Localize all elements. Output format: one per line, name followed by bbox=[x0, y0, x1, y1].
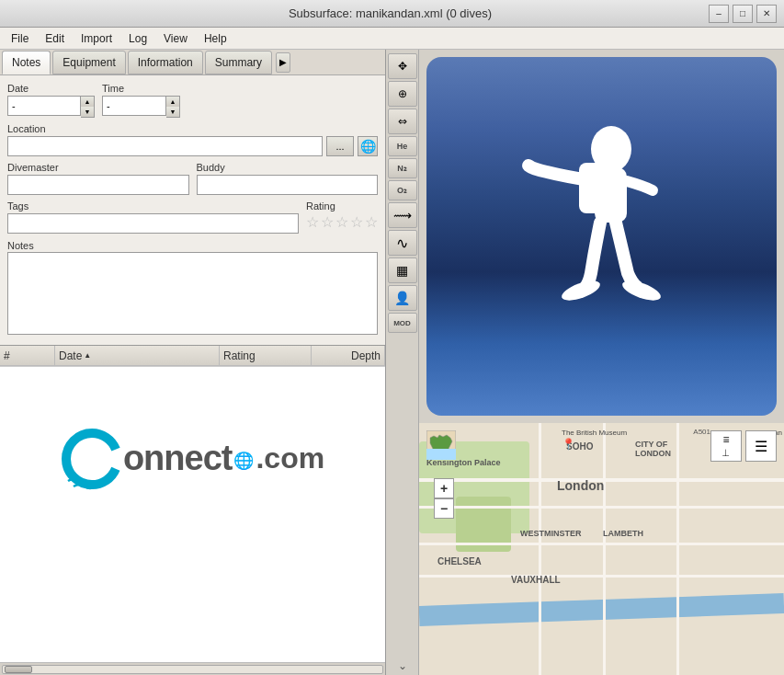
main-container: Notes Equipment Information Summary ▶ Da… bbox=[0, 50, 784, 675]
road-v1 bbox=[539, 423, 541, 675]
a501-label: A501 bbox=[693, 428, 710, 436]
map-area: + − ≡⟂ ☰ bbox=[419, 423, 784, 675]
menu-view[interactable]: View bbox=[156, 30, 195, 47]
divemaster-input[interactable] bbox=[7, 175, 189, 195]
person-icon-button[interactable]: 👤 bbox=[388, 285, 417, 311]
time-input[interactable] bbox=[102, 96, 166, 116]
rating-label: Rating bbox=[306, 200, 378, 212]
buddy-input[interactable] bbox=[197, 175, 379, 195]
sidebar-chevron-button[interactable]: ⌄ bbox=[388, 657, 417, 675]
date-input[interactable] bbox=[7, 96, 81, 116]
line-icon-button[interactable]: ∿ bbox=[388, 230, 417, 256]
notes-textarea[interactable] bbox=[7, 252, 378, 335]
tab-bar: Notes Equipment Information Summary ▶ bbox=[0, 50, 385, 75]
connect-domain: .com bbox=[256, 441, 324, 475]
grid-icon-button[interactable]: ▦ bbox=[388, 257, 417, 283]
location-globe-button[interactable]: 🌐 bbox=[358, 136, 378, 156]
connect-logo: onnect 🌐 .com bbox=[61, 428, 324, 490]
time-input-wrap: ▲ ▼ bbox=[102, 96, 180, 118]
date-spin-up[interactable]: ▲ bbox=[81, 97, 94, 107]
close-button[interactable]: ✕ bbox=[756, 5, 777, 23]
tab-notes[interactable]: Notes bbox=[2, 51, 51, 74]
time-spin-buttons: ▲ ▼ bbox=[166, 96, 180, 118]
menu-edit[interactable]: Edit bbox=[38, 30, 72, 47]
lambeth-label: LAMBETH bbox=[603, 529, 643, 538]
vauxhall-label: VAUXHALL bbox=[511, 575, 561, 585]
star-2[interactable]: ☆ bbox=[321, 215, 334, 230]
chart-icon-button[interactable]: ⟿ bbox=[388, 202, 417, 228]
tags-input[interactable] bbox=[7, 213, 299, 234]
minimize-button[interactable]: – bbox=[709, 5, 729, 23]
time-spin-down[interactable]: ▼ bbox=[166, 107, 179, 117]
n2-button[interactable]: N₂ bbox=[388, 158, 417, 178]
tags-label: Tags bbox=[7, 200, 299, 212]
location-input[interactable] bbox=[7, 136, 323, 156]
british-museum-pin: 📍 bbox=[562, 438, 575, 451]
titlebar: Subsurface: manikandan.xml (0 dives) – □… bbox=[0, 0, 784, 28]
he-button[interactable]: He bbox=[388, 136, 417, 156]
zoom-in-button[interactable]: + bbox=[434, 478, 454, 498]
right-with-sidebar: ✥ ⊕ ⇔ He N₂ O₂ ⟿ ∿ ▦ 👤 MOD bbox=[386, 50, 784, 675]
map-top-controls: ≡⟂ ☰ bbox=[710, 430, 777, 462]
date-spin-buttons: ▲ ▼ bbox=[81, 96, 95, 118]
zoom-icon-button[interactable]: ⊕ bbox=[388, 81, 417, 107]
maximize-button[interactable]: □ bbox=[733, 5, 753, 23]
bottom-logo-area: onnect 🌐 .com bbox=[0, 366, 385, 550]
sort-icon: ▲ bbox=[84, 351, 91, 360]
tags-group: Tags bbox=[7, 200, 299, 234]
move-icon-button[interactable]: ⇔ bbox=[388, 109, 417, 134]
star-rating: ☆ ☆ ☆ ☆ ☆ bbox=[306, 215, 378, 230]
form-area: Date ▲ ▼ Time ▲ ▼ bbox=[0, 75, 385, 345]
svg-point-0 bbox=[66, 433, 118, 485]
date-time-row: Date ▲ ▼ Time ▲ ▼ bbox=[7, 83, 378, 118]
o2-button[interactable]: O₂ bbox=[388, 180, 417, 200]
menu-log[interactable]: Log bbox=[121, 30, 154, 47]
buddy-group: Buddy bbox=[197, 162, 379, 195]
window-controls: – □ ✕ bbox=[709, 5, 777, 23]
date-label: Date bbox=[7, 83, 95, 94]
diver-silhouette bbox=[519, 121, 685, 351]
buddy-label: Buddy bbox=[197, 162, 379, 173]
chelsea-label: CHELSEA bbox=[437, 556, 482, 566]
pan-icon-button[interactable]: ✥ bbox=[388, 53, 417, 79]
date-input-wrap: ▲ ▼ bbox=[7, 96, 95, 118]
british-museum-label: The British Museum bbox=[562, 429, 627, 437]
menu-help[interactable]: Help bbox=[197, 30, 234, 47]
connect-text: onnect bbox=[123, 439, 233, 478]
date-spin-down[interactable]: ▼ bbox=[81, 107, 94, 117]
star-5[interactable]: ☆ bbox=[365, 215, 378, 230]
connect-text-group: onnect 🌐 .com bbox=[123, 439, 324, 478]
location-search-button[interactable]: ... bbox=[326, 136, 354, 156]
tab-information[interactable]: Information bbox=[128, 51, 203, 74]
sidebar-panel: ✥ ⊕ ⇔ He N₂ O₂ ⟿ ∿ ▦ 👤 MOD bbox=[386, 50, 419, 675]
col-header-date[interactable]: Date ▲ bbox=[55, 346, 220, 365]
svg-point-4 bbox=[559, 277, 602, 304]
content-area: + − ≡⟂ ☰ bbox=[419, 50, 784, 675]
star-3[interactable]: ☆ bbox=[335, 215, 348, 230]
minimap-icon[interactable] bbox=[426, 430, 456, 460]
tab-equipment[interactable]: Equipment bbox=[52, 51, 125, 74]
location-label: Location bbox=[7, 123, 378, 134]
road-h3 bbox=[419, 575, 784, 578]
dive-list: # Date ▲ Rating Depth bbox=[0, 345, 385, 662]
svg-rect-8 bbox=[426, 449, 456, 460]
star-1[interactable]: ☆ bbox=[306, 215, 319, 230]
menu-file[interactable]: File bbox=[4, 30, 36, 47]
map-menu-button[interactable]: ☰ bbox=[745, 430, 777, 462]
scroll-thumb[interactable] bbox=[5, 666, 32, 673]
mod-button[interactable]: MOD bbox=[388, 313, 417, 333]
scroll-track[interactable] bbox=[2, 665, 383, 674]
globe-icon: 🌐 bbox=[360, 139, 376, 154]
map-layers-button[interactable]: ≡⟂ bbox=[710, 430, 742, 462]
zoom-out-button[interactable]: − bbox=[434, 498, 454, 519]
divemaster-label: Divemaster bbox=[7, 162, 189, 173]
road-v3 bbox=[676, 423, 679, 675]
star-4[interactable]: ☆ bbox=[350, 215, 363, 230]
time-spin-up[interactable]: ▲ bbox=[166, 97, 179, 107]
menu-import[interactable]: Import bbox=[74, 30, 119, 47]
tab-summary[interactable]: Summary bbox=[205, 51, 272, 74]
date-group: Date ▲ ▼ bbox=[7, 83, 95, 118]
menubar: File Edit Import Log View Help bbox=[0, 28, 784, 50]
tab-arrow[interactable]: ▶ bbox=[276, 52, 290, 73]
diver-image bbox=[426, 57, 777, 416]
